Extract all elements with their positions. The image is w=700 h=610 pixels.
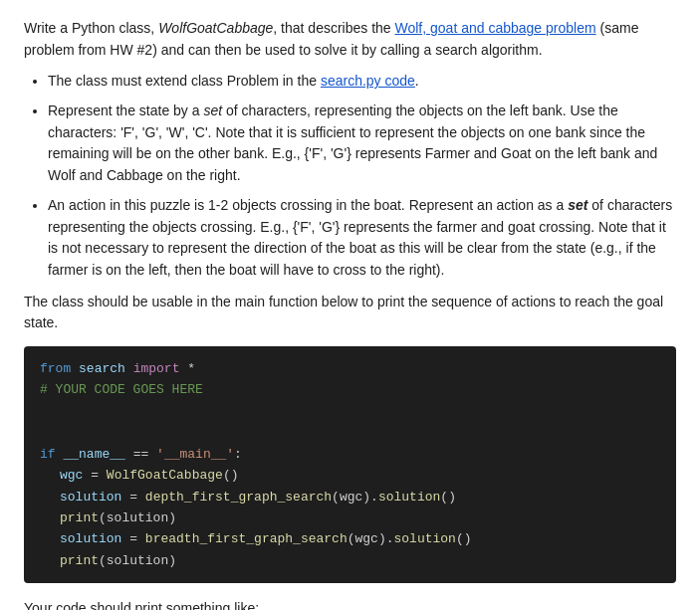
- wolf-goat-link[interactable]: Wolf, goat and cabbage problem: [395, 20, 596, 36]
- code-line-if: if __name__ == '__main__':: [40, 444, 660, 465]
- code-line-dfs: solution = depth_first_graph_search(wgc)…: [40, 487, 660, 508]
- intro-paragraph: Write a Python class, WolfGoatCabbage, t…: [24, 18, 676, 61]
- print-fn1: print: [60, 510, 99, 525]
- paren4: (solution): [99, 510, 176, 525]
- output-label: Your code should print something like:: [24, 597, 676, 610]
- paren6: (): [456, 531, 472, 546]
- assign2: =: [129, 490, 137, 505]
- dunder-name: __name__: [63, 447, 124, 462]
- code-line-blank1: [40, 401, 660, 422]
- bfs-call: breadth_first_graph_search: [145, 531, 348, 546]
- paren2: (wgc).: [332, 490, 378, 505]
- solution-call2: solution: [394, 531, 456, 546]
- paren3: (): [440, 490, 456, 505]
- main-str: '__main__': [156, 447, 234, 462]
- print-fn2: print: [60, 553, 99, 568]
- assign3: =: [129, 531, 137, 546]
- wildcard: *: [187, 361, 195, 376]
- requirements-list: The class must extend class Problem in t…: [48, 71, 676, 281]
- colon1: :: [234, 447, 242, 462]
- bullet-3: An action in this puzzle is 1-2 objects …: [48, 195, 676, 282]
- keyword-import: import: [133, 361, 180, 376]
- comment-text: # YOUR CODE GOES HERE: [40, 382, 203, 397]
- output-section: Your code should print something like: […: [24, 597, 676, 610]
- bullet-2: Represent the state by a set of characte…: [48, 101, 676, 187]
- code-block: from search import * # YOUR CODE GOES HE…: [24, 346, 676, 583]
- solution-var2: solution: [60, 531, 121, 546]
- assign1: =: [91, 468, 99, 483]
- code-line-blank2: [40, 422, 660, 443]
- set-bold-italic: set: [568, 197, 587, 213]
- class-name-italic: WolfGoatCabbage: [158, 20, 273, 36]
- module-name: search: [79, 361, 125, 376]
- keyword-if: if: [40, 447, 56, 462]
- searchpy-link[interactable]: search.py code: [321, 73, 415, 89]
- paren1: (): [223, 468, 239, 483]
- code-line-comment: # YOUR CODE GOES HERE: [40, 379, 660, 400]
- eq-op: ==: [133, 447, 149, 462]
- usable-paragraph: The class should be usable in the main f…: [24, 292, 676, 334]
- code-line-bfs: solution = breadth_first_graph_search(wg…: [40, 528, 660, 549]
- paren7: (solution): [99, 553, 176, 568]
- keyword-from: from: [40, 361, 71, 376]
- solution-call1: solution: [378, 490, 440, 505]
- code-line-wgc: wgc = WolfGoatCabbage(): [40, 465, 660, 486]
- wgc-var: wgc: [60, 468, 83, 483]
- class-name-text: WolfGoatCabbage: [158, 20, 273, 36]
- dfs-call: depth_first_graph_search: [145, 490, 332, 505]
- solution-var1: solution: [60, 490, 121, 505]
- bullet-1: The class must extend class Problem in t…: [48, 71, 676, 93]
- paren5: (wgc).: [348, 531, 394, 546]
- code-line-print1: print(solution): [40, 508, 660, 528]
- set-italic: set: [203, 102, 222, 118]
- wolfgoatcabbage-call: WolfGoatCabbage: [107, 468, 223, 483]
- code-line-1: from search import *: [40, 358, 660, 379]
- code-line-print2: print(solution): [40, 550, 660, 571]
